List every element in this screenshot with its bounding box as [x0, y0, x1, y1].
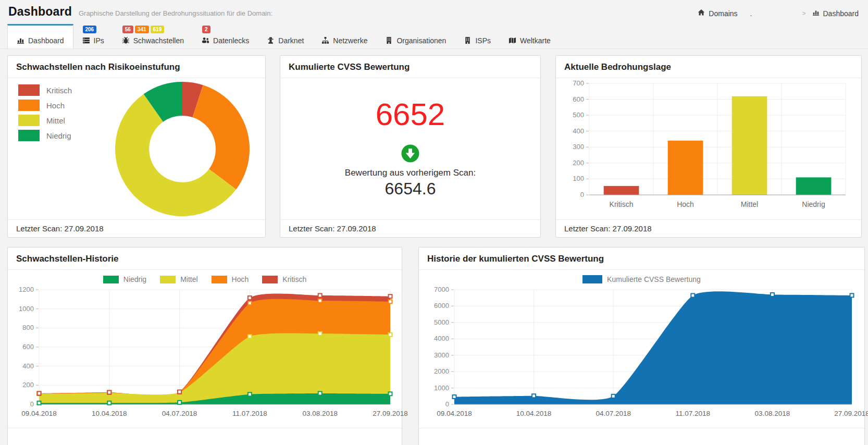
risk-donut-chart[interactable]	[114, 81, 251, 217]
breadcrumb-dashboard[interactable]: Dashboard	[812, 9, 859, 18]
tab-isps[interactable]: ISPs	[455, 24, 500, 48]
svg-text:400: 400	[573, 127, 584, 135]
legend-label: Kumulierte CVSS Bewertung	[607, 275, 701, 283]
users-icon	[202, 36, 209, 44]
last-scan-label: Letzter Scan: 27.09.2018	[556, 219, 861, 237]
legend-item-kritisch[interactable]: Kritisch	[18, 84, 72, 96]
tab-netzwerke[interactable]: Netzwerke	[313, 24, 376, 48]
legend-label: Kritisch	[46, 86, 72, 95]
legend-item-kritisch[interactable]: Kritisch	[262, 275, 306, 283]
breadcrumb-domain[interactable]: .	[750, 9, 752, 18]
svg-text:27.09.2018: 27.09.2018	[373, 410, 408, 417]
dashboard-page: { "header": { "title": "Dashboard", "sub…	[0, 0, 868, 445]
legend-chip	[18, 100, 40, 111]
breadcrumb-domains[interactable]: Domains	[698, 9, 737, 18]
legend-item-hoch[interactable]: Hoch	[18, 100, 72, 111]
svg-text:Mittel: Mittel	[741, 200, 758, 208]
map-icon	[509, 36, 516, 44]
decrease-arrow-icon	[401, 144, 420, 163]
tab-ips[interactable]: 206IPs	[73, 24, 113, 48]
cvss-current-score: 6652	[376, 99, 445, 130]
svg-text:09.04.2018: 09.04.2018	[21, 410, 57, 417]
svg-text:3000: 3000	[434, 351, 449, 359]
card-header: Kumulierte CVSS Bewertung	[280, 56, 540, 78]
count-badge: 341	[135, 26, 149, 33]
svg-text:0: 0	[445, 400, 449, 408]
tab-schwachstellen[interactable]: 56341619Schwachstellen	[113, 24, 193, 48]
card-risk-donut: Schwachstellen nach Risikoeinstufung Kri…	[7, 55, 266, 238]
bar-chart-icon	[812, 9, 820, 18]
legend-item-kumulierte-cvss-bewertung[interactable]: Kumulierte CVSS Bewertung	[582, 275, 701, 283]
tab-badges: 2	[202, 26, 210, 33]
bottom-row: Schwachstellen-Historie NiedrigMittelHoc…	[7, 247, 868, 445]
card-title: Aktuelle Bedrohungslage	[564, 62, 671, 72]
legend-chip	[212, 276, 227, 283]
tab-darknet[interactable]: Darknet	[258, 24, 313, 48]
svg-text:4000: 4000	[434, 335, 449, 342]
legend-item-mittel[interactable]: Mittel	[18, 115, 72, 126]
tab-label: Organisationen	[396, 36, 446, 45]
card-threat-level: Aktuelle Bedrohungslage 0100200300400500…	[555, 55, 862, 238]
page-subtitle: Graphische Darstellung der Bedrohungssit…	[79, 9, 272, 17]
svg-text:0: 0	[580, 191, 584, 199]
legend-label: Kritisch	[282, 275, 306, 283]
cvss-score-body: 6652 Bewertung aus vorherigem Scan: 6654…	[280, 78, 540, 219]
top-row: Schwachstellen nach Risikoeinstufung Kri…	[7, 55, 868, 238]
legend-chip	[103, 276, 119, 283]
tab-weltkarte[interactable]: Weltkarte	[500, 24, 560, 48]
building-icon	[464, 36, 472, 44]
cvss-previous-score: 6654.6	[385, 179, 436, 199]
tab-label: Dashboard	[28, 36, 64, 45]
card-footer	[8, 428, 402, 445]
svg-text:200: 200	[573, 159, 584, 167]
previous-scan-label: Bewertung aus vorherigem Scan:	[345, 168, 476, 178]
svg-text:1000: 1000	[19, 305, 34, 313]
svg-text:10.04.2018: 10.04.2018	[92, 410, 127, 417]
count-badge: 206	[83, 26, 97, 33]
legend-item-hoch[interactable]: Hoch	[212, 275, 249, 283]
legend-item-mittel[interactable]: Mittel	[160, 275, 197, 283]
card-vulnerability-history: Schwachstellen-Historie NiedrigMittelHoc…	[7, 247, 402, 445]
breadcrumb-separator: >	[802, 10, 805, 17]
card-header: Aktuelle Bedrohungslage	[556, 56, 861, 78]
legend-item-niedrig[interactable]: Niedrig	[103, 275, 146, 283]
count-badge: 2	[202, 26, 210, 33]
card-cvss-score: Kumulierte CVSS Bewertung 6652 Bewertung…	[280, 55, 541, 238]
tab-badges: 206	[83, 26, 97, 33]
vulnerability-history-body: NiedrigMittelHochKritisch 02004006008001…	[8, 270, 402, 428]
count-badge: 619	[151, 26, 165, 33]
tab-datenlecks[interactable]: 2Datenlecks	[193, 24, 258, 48]
cvss-history-legend: Kumulierte CVSS Bewertung	[427, 270, 856, 286]
svg-text:500: 500	[573, 111, 584, 119]
legend-chip	[18, 115, 40, 126]
legend-label: Niedrig	[46, 131, 71, 140]
tab-dashboard[interactable]: Dashboard	[7, 24, 73, 48]
legend-label: Hoch	[232, 275, 249, 283]
tab-organisationen[interactable]: Organisationen	[376, 24, 455, 48]
page-header: Dashboard Graphische Darstellung der Bed…	[0, 0, 868, 23]
breadcrumb: Domains . > Dashboard	[698, 9, 859, 18]
spy-icon	[267, 36, 275, 44]
tab-bar: Dashboard206IPs56341619Schwachstellen2Da…	[0, 24, 868, 49]
card-header: Historie der kumulierten CVSS Bewertung	[419, 248, 864, 270]
svg-text:11.07.2018: 11.07.2018	[232, 410, 267, 417]
svg-text:Hoch: Hoch	[677, 200, 694, 208]
legend-item-niedrig[interactable]: Niedrig	[18, 130, 72, 141]
tab-label: Netzwerke	[333, 36, 367, 45]
legend-chip	[160, 276, 176, 283]
legend-chip	[262, 276, 278, 283]
svg-text:27.09.2018: 27.09.2018	[834, 410, 868, 417]
cvss-history-chart[interactable]: 0100020003000400050006000700009.04.20181…	[427, 286, 856, 424]
vulnerability-history-chart[interactable]: 02004006008001000120009.04.201810.04.201…	[16, 286, 394, 424]
legend-label: Mittel	[180, 275, 197, 283]
threat-bar-chart[interactable]: 0100200300400500600700KritischHochMittel…	[564, 78, 853, 215]
svg-text:1000: 1000	[434, 384, 449, 392]
bar-chart-icon	[17, 36, 24, 44]
risk-donut-legend: KritischHochMittelNiedrig	[18, 84, 72, 141]
svg-text:300: 300	[573, 143, 584, 151]
svg-text:800: 800	[22, 324, 34, 331]
card-cvss-history: Historie der kumulierten CVSS Bewertung …	[418, 247, 865, 445]
bug-icon	[122, 36, 130, 44]
card-title: Kumulierte CVSS Bewertung	[289, 62, 410, 72]
server-icon	[82, 36, 90, 44]
